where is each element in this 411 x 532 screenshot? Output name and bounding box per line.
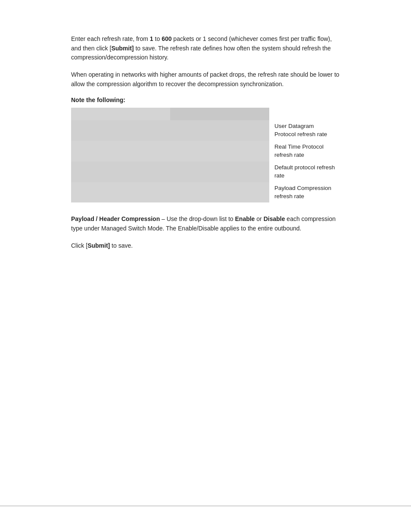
paragraph-1: Enter each refresh rate, from 1 to 600 p… (71, 34, 340, 62)
udp-input-cell-2 (170, 120, 269, 141)
note-label: Note the following: (71, 96, 340, 103)
rtp-label: Real Time Protocol refresh rate (269, 141, 340, 162)
header-cell-left (71, 108, 170, 120)
udp-label: User Datagram Protocol refresh rate (269, 120, 340, 141)
header-cell-right (170, 108, 269, 120)
bottom-divider (0, 506, 411, 506)
click-submit-section: Click [Submit] to save. (71, 241, 340, 251)
header-label-cell (269, 108, 340, 120)
table-row: User Datagram Protocol refresh rate (71, 120, 340, 141)
rtp-input-cell-2 (170, 141, 269, 162)
rtp-input-cell (71, 141, 170, 162)
udp-input-cell (71, 120, 170, 141)
page-content: Enter each refresh rate, from 1 to 600 p… (0, 0, 411, 285)
default-input-cell-2 (170, 162, 269, 182)
payload-input-cell (71, 182, 170, 203)
payload-input-cell-2 (170, 182, 269, 203)
table-row: Payload Compression refresh rate (71, 182, 340, 203)
payload-header-section: Payload / Header Compression – Use the d… (71, 215, 340, 233)
table-row: Real Time Protocol refresh rate (71, 141, 340, 162)
refresh-rate-table: User Datagram Protocol refresh rate Real… (71, 108, 340, 202)
payload-label: Payload Compression refresh rate (269, 182, 340, 203)
table-row: Default protocol refresh rate (71, 162, 340, 182)
table-header-row (71, 108, 340, 120)
paragraph-2: When operating in networks with higher a… (71, 70, 340, 89)
default-input-cell (71, 162, 170, 182)
default-label: Default protocol refresh rate (269, 162, 340, 182)
